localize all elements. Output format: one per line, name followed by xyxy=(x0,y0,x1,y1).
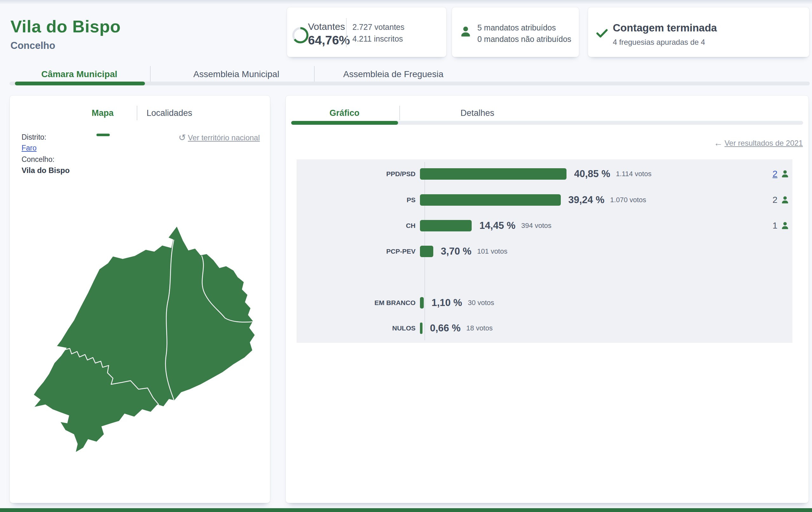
page-title: Vila do Bispo xyxy=(10,17,121,36)
votantes-percent: 64,76% xyxy=(308,33,350,47)
votes-value: 18 votos xyxy=(466,324,493,332)
mandates-count[interactable]: 2 xyxy=(772,169,777,179)
mandates-person-icon xyxy=(780,221,790,231)
votes-value: 1.070 votos xyxy=(610,196,646,204)
mandates-assigned: 5 mandatos atribuídos xyxy=(477,22,556,33)
reset-territory-link[interactable]: ↺ Ver território nacional xyxy=(179,132,260,143)
council-label: Concelho: xyxy=(22,155,55,164)
party-label: PCP-PEV xyxy=(296,248,420,255)
tab-localidades[interactable]: Localidades xyxy=(142,106,196,120)
mandates-cell: 2 xyxy=(772,195,790,205)
mandates-cell: 1 xyxy=(772,221,790,231)
registered-count: 4.211 inscritos xyxy=(352,33,404,45)
party-label: PS xyxy=(296,196,420,204)
votantes-label: Votantes xyxy=(308,21,345,32)
votes-value: 1.114 votos xyxy=(616,170,651,178)
chart-row: EM BRANCO1,10 %30 votos xyxy=(296,297,792,308)
votes-value: 101 votos xyxy=(477,247,507,255)
voters-count: 2.727 votantes xyxy=(352,21,404,33)
votes-value: 394 votos xyxy=(521,221,551,230)
mandates-count: 1 xyxy=(772,221,777,231)
votes-value: 30 votos xyxy=(468,299,494,307)
percent-value: 1,10 % xyxy=(431,297,462,308)
count-finished-detail: 4 freguesias apuradas de 4 xyxy=(613,38,705,47)
votantes-card: Votantes 64,76% 2.727 votantes 4.211 ins… xyxy=(287,7,446,57)
party-label: EM BRANCO xyxy=(296,299,420,307)
municipality-shape xyxy=(34,227,255,452)
chart-row: PPD/PSD40,85 %1.114 votos2 xyxy=(296,168,792,180)
district-link[interactable]: Faro xyxy=(22,144,36,152)
percent-value: 14,45 % xyxy=(479,220,516,232)
district-label: Distrito: xyxy=(22,133,46,141)
chart-row: CH14,45 %394 votos1 xyxy=(296,220,792,232)
mapa-tab-underline xyxy=(96,134,110,136)
council-value: Vila do Bispo xyxy=(22,166,70,175)
result-bar xyxy=(420,323,423,334)
percent-value: 40,85 % xyxy=(574,168,610,180)
tab-camara-municipal[interactable]: Câmara Municipal xyxy=(9,67,149,82)
percent-value: 0,66 % xyxy=(430,323,461,334)
tab-mapa[interactable]: Mapa xyxy=(83,106,122,120)
chart-row: NULOS0,66 %18 votos xyxy=(296,323,792,334)
result-bar xyxy=(420,194,561,206)
results-tabs-track-active xyxy=(291,121,398,125)
party-label: CH xyxy=(296,222,420,230)
history-2021-label: Ver resultados de 2021 xyxy=(724,139,803,147)
percent-value: 39,24 % xyxy=(569,194,605,206)
result-bar xyxy=(420,246,433,257)
mandates-cell: 2 xyxy=(772,169,790,179)
progress-ring-icon xyxy=(292,27,309,44)
tab-assembleia-freguesia[interactable]: Assembleia de Freguesia xyxy=(317,67,469,82)
tab-divider xyxy=(314,66,315,82)
mandates-count: 2 xyxy=(772,195,777,205)
reset-icon: ↺ xyxy=(179,132,186,143)
mandates-unassigned: 0 mandatos não atribuídos xyxy=(477,33,571,45)
chart-plot: PPD/PSD40,85 %1.114 votos2PS39,24 %1.070… xyxy=(296,159,792,343)
election-results-screen: Vila do Bispo Concelho Votantes 64,76% 2… xyxy=(0,0,812,512)
result-bar xyxy=(420,168,567,180)
tabs-track-active xyxy=(15,82,145,85)
tab-grafico[interactable]: Gráfico xyxy=(316,106,373,120)
back-arrow-icon: ← xyxy=(714,138,723,148)
page-subtitle: Concelho xyxy=(10,40,55,51)
tab-divider xyxy=(150,66,151,82)
tab-detalhes[interactable]: Detalhes xyxy=(449,106,506,120)
tab-divider xyxy=(399,106,400,120)
municipality-map[interactable] xyxy=(29,220,265,457)
result-bar xyxy=(420,220,472,232)
header-shadow xyxy=(0,0,812,4)
history-2021-link[interactable]: ← Ver resultados de 2021 xyxy=(714,138,803,148)
party-label: NULOS xyxy=(296,324,420,332)
percent-value: 3,70 % xyxy=(441,246,472,257)
card-divider xyxy=(346,18,347,47)
tab-divider xyxy=(137,106,137,120)
footer-bar xyxy=(0,508,812,512)
mandates-person-icon xyxy=(780,195,790,205)
votantes-detail: 2.727 votantes 4.211 inscritos xyxy=(352,21,404,45)
count-finished-title: Contagem terminada xyxy=(613,22,717,34)
chart-row: PCP-PEV3,70 %101 votos xyxy=(296,246,792,257)
results-panel: Gráfico Detalhes ← Ver resultados de 202… xyxy=(286,95,809,503)
check-icon xyxy=(595,26,609,40)
map-panel: Mapa Localidades Distrito: Faro Concelho… xyxy=(9,95,270,503)
tab-assembleia-municipal[interactable]: Assembleia Municipal xyxy=(158,67,314,82)
person-icon xyxy=(459,25,472,38)
mandates-card: 5 mandatos atribuídos 0 mandatos não atr… xyxy=(452,7,579,57)
reset-territory-label: Ver território nacional xyxy=(188,133,260,142)
mandates-person-icon xyxy=(780,169,790,179)
result-bar xyxy=(420,297,424,308)
party-label: PPD/PSD xyxy=(296,170,420,178)
chart-row: PS39,24 %1.070 votos2 xyxy=(296,194,792,206)
count-finished-card: Contagem terminada 4 freguesias apuradas… xyxy=(588,7,809,57)
